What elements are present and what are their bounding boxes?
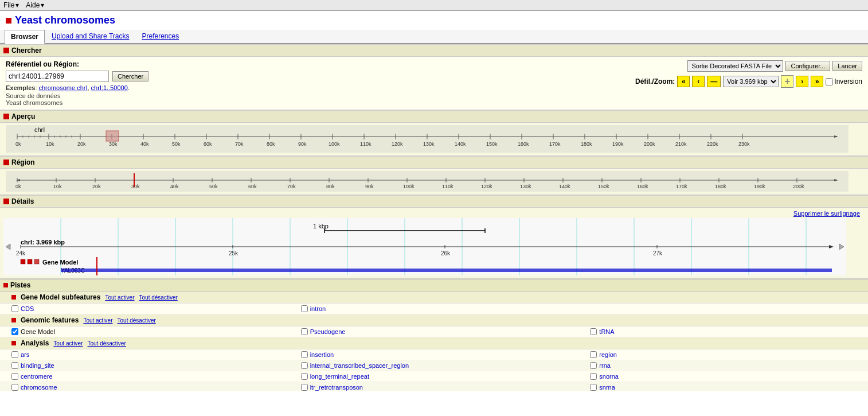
gf-pseudogene-checkbox[interactable] — [301, 328, 308, 335]
file-chevron-icon: ▾ — [15, 1, 19, 9]
gf-tout-desactiver[interactable]: Tout désactiver — [118, 317, 156, 324]
apercu-title: Aperçu — [11, 112, 35, 120]
svg-text:140k: 140k — [455, 141, 466, 147]
cb-binding-site[interactable] — [11, 362, 18, 369]
chercher-button[interactable]: Chercher — [112, 71, 148, 81]
pistes-title: Pistes — [10, 281, 30, 289]
search-input[interactable] — [6, 71, 109, 82]
svg-text:90k: 90k — [298, 141, 307, 147]
tab-browser[interactable]: Browser — [5, 30, 45, 44]
nav-right[interactable]: › — [796, 76, 808, 87]
gms-intron-checkbox[interactable] — [301, 305, 308, 312]
lbl-snorna[interactable]: snorna — [599, 373, 619, 380]
pistes-header: Pistes — [0, 279, 868, 291]
gf-tout-activer[interactable]: Tout activer — [83, 317, 112, 324]
svg-text:40k: 40k — [170, 184, 179, 189]
svg-text:0k: 0k — [15, 141, 21, 147]
gms-cds-label[interactable]: CDS — [21, 305, 34, 312]
svg-text:20k: 20k — [77, 141, 86, 147]
genomic-features-header: Genomic features Tout activer Tout désac… — [0, 314, 868, 326]
gf-trna-checkbox[interactable] — [590, 328, 597, 335]
lbl-region[interactable]: region — [599, 351, 617, 358]
lbl-insertion[interactable]: insertion — [310, 351, 334, 358]
details-svg[interactable]: 1 kbp chrI: 3.969 kbp 24k 25k 26k 27k — [3, 218, 846, 275]
zoom-select[interactable]: Voir 3.969 kbp — [723, 76, 779, 87]
gf-pseudogene-label[interactable]: Pseudogene — [310, 328, 346, 335]
lbl-rrna[interactable]: rrna — [599, 362, 611, 369]
svg-text:160k: 160k — [637, 184, 648, 189]
lbl-ltr[interactable]: long_terminal_repeat — [310, 373, 369, 380]
cb-snrna[interactable] — [590, 384, 597, 391]
pistes-icon — [3, 283, 8, 287]
gf-genemodel-checkbox[interactable] — [11, 328, 18, 335]
nav-left[interactable]: ‹ — [692, 76, 705, 87]
lbl-its-region[interactable]: internal_transcribed_spacer_region — [310, 362, 409, 369]
svg-text:110k: 110k — [442, 184, 453, 189]
example-link-2[interactable]: chrI:1..50000 — [91, 84, 128, 91]
gms-cds-checkbox[interactable] — [11, 305, 18, 312]
gms-intron-label[interactable]: intron — [310, 305, 326, 312]
lbl-binding-site[interactable]: binding_site — [21, 362, 54, 369]
cb-ltr[interactable] — [301, 373, 308, 380]
gms-tout-activer[interactable]: Tout activer — [105, 294, 134, 301]
cb-centromere[interactable] — [11, 373, 18, 380]
svg-text:1 kbp: 1 kbp — [313, 223, 329, 230]
svg-text:80k: 80k — [326, 184, 335, 189]
nav-minus[interactable]: — — [707, 76, 721, 87]
gf-label: Genomic features — [21, 316, 79, 324]
zoom-plus-btn[interactable]: + — [781, 75, 793, 88]
lbl-chromosome[interactable]: chromosome — [21, 384, 57, 391]
svg-text:70k: 70k — [287, 184, 296, 189]
tab-upload[interactable]: Upload and Share Tracks — [46, 30, 135, 43]
file-menu[interactable]: File ▾ — [3, 1, 19, 9]
cb-insertion[interactable] — [301, 351, 308, 358]
analysis-tout-desactiver[interactable]: Tout désactiver — [88, 340, 126, 347]
inversion-checkbox[interactable] — [826, 78, 833, 85]
cb-chromosome[interactable] — [11, 384, 18, 391]
lbl-centromere[interactable]: centromere — [21, 373, 53, 380]
aide-menu[interactable]: Aide ▾ — [26, 1, 44, 9]
details-icon — [3, 199, 9, 204]
lancer-button[interactable]: Lancer — [832, 61, 862, 71]
tab-preferences[interactable]: Preferences — [136, 30, 185, 43]
chercher-header: Chercher — [0, 44, 868, 57]
chercher-title: Chercher — [11, 46, 42, 55]
gf-trna-label[interactable]: tRNA — [599, 328, 614, 335]
svg-text:170k: 170k — [549, 141, 561, 147]
nav-skip-right[interactable]: » — [811, 76, 823, 87]
apercu-header: Aperçu — [0, 110, 868, 123]
configurer-button[interactable]: Configurer... — [785, 61, 830, 71]
cb-rrna[interactable] — [590, 362, 597, 369]
cb-snorna[interactable] — [590, 373, 597, 380]
lbl-snrna[interactable]: snrna — [599, 384, 615, 391]
file-label: File — [3, 1, 14, 9]
svg-text:chrI: 3.969 kbp: chrI: 3.969 kbp — [21, 239, 65, 246]
cb-ltr-retro[interactable] — [301, 384, 308, 391]
analysis-icon — [11, 341, 16, 345]
example-link-1[interactable]: chromosome:chrI — [39, 84, 88, 91]
cb-ars[interactable] — [11, 351, 18, 358]
lbl-ltr-retro[interactable]: ltr_retrotransposon — [310, 384, 363, 391]
svg-text:30k: 30k — [109, 141, 118, 147]
analysis-row-1: ars insertion region — [0, 349, 868, 360]
svg-text:10k: 10k — [46, 141, 54, 147]
menubar: File ▾ Aide ▾ — [0, 0, 868, 11]
gf-genemodel-label[interactable]: Gene Model — [21, 328, 55, 335]
cb-region[interactable] — [590, 351, 597, 358]
supprimer-link[interactable]: Supprimer le surlignage — [789, 209, 865, 218]
lbl-ars[interactable]: ars — [21, 351, 29, 358]
app-title: Yeast chromosomes — [15, 14, 115, 26]
nav-skip-left[interactable]: « — [677, 76, 690, 87]
svg-text:chrI: chrI — [34, 126, 45, 133]
gf-trna-cell: tRNA — [578, 326, 868, 337]
svg-text:200k: 200k — [793, 184, 804, 189]
gms-tout-desactiver[interactable]: Tout désactiver — [139, 294, 178, 301]
ref-label: Référentiel ou Région: — [6, 60, 148, 68]
analysis-tout-activer[interactable]: Tout activer — [53, 340, 83, 347]
fasta-select[interactable]: Sortie Decorated FASTA File — [687, 60, 783, 72]
region-title: Région — [11, 158, 35, 166]
examples-label: Exemples — [6, 84, 35, 91]
svg-text:50k: 50k — [172, 141, 181, 147]
cb-its-region[interactable] — [301, 362, 308, 369]
svg-text:60k: 60k — [248, 184, 257, 189]
